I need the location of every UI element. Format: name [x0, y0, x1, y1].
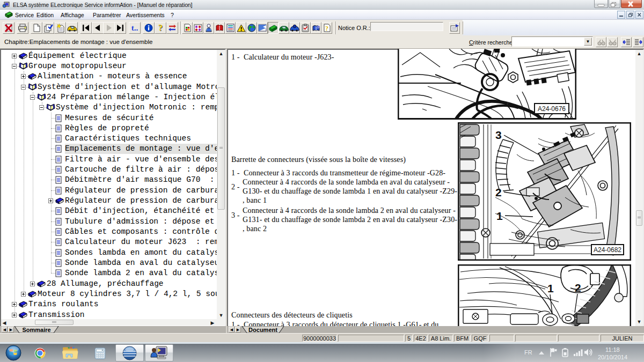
svg-text:?: ?	[325, 25, 328, 32]
svg-text:2: 2	[495, 186, 502, 198]
svg-text:3: 3	[495, 129, 502, 141]
svg-text:A24-0676: A24-0676	[538, 105, 566, 113]
svg-text:A24-0682: A24-0682	[594, 246, 621, 254]
svg-text:2: 2	[575, 282, 581, 294]
svg-text:1: 1	[496, 210, 503, 222]
svg-text:Document: Document	[248, 327, 277, 333]
svg-text:1: 1	[547, 282, 554, 294]
svg-text:Sommaire: Sommaire	[22, 327, 50, 333]
